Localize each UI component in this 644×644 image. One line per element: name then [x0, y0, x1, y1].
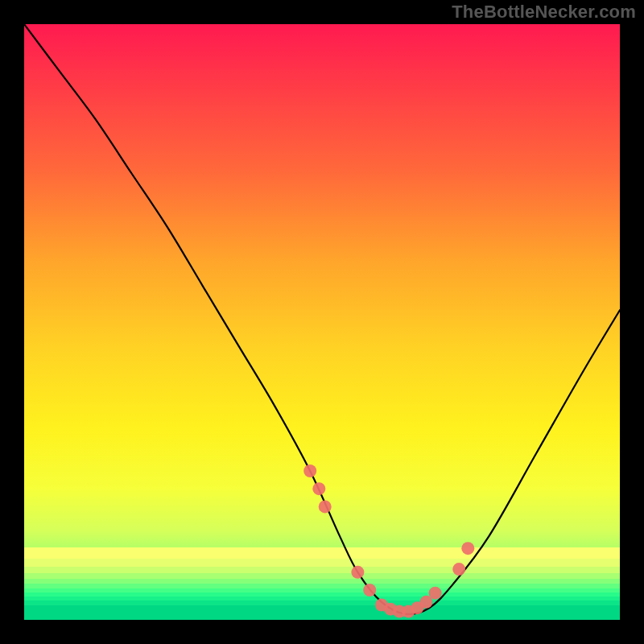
sample-dot: [452, 563, 465, 576]
sample-dot: [319, 500, 332, 513]
sample-dot: [461, 542, 474, 555]
sample-dot: [351, 566, 364, 579]
sample-dot: [303, 464, 316, 477]
attribution-label: TheBottleNecker.com: [452, 2, 636, 23]
sample-dot: [429, 587, 442, 600]
sample-dot: [363, 584, 376, 597]
sample-dots: [303, 464, 474, 618]
bottleneck-curve: [24, 24, 620, 614]
sample-dot: [312, 482, 325, 495]
chart-frame: TheBottleNecker.com: [0, 0, 644, 644]
curve-layer: [24, 24, 620, 620]
plot-area: [24, 24, 620, 620]
